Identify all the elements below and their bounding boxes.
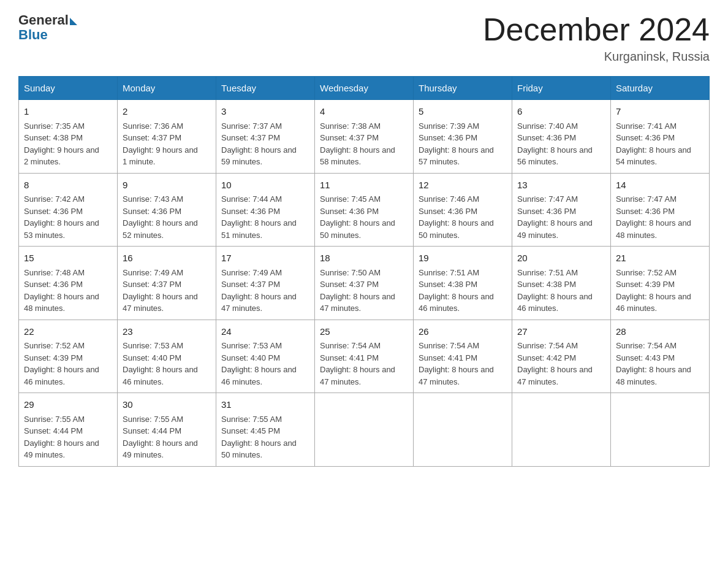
day-number: 30 [123, 398, 211, 412]
day-number: 8 [24, 178, 112, 193]
day-info: Sunrise: 7:38 AM Sunset: 4:37 PM Dayligh… [320, 120, 408, 168]
calendar-cell: 14 Sunrise: 7:47 AM Sunset: 4:36 PM Dayl… [611, 173, 710, 247]
calendar-cell: 23 Sunrise: 7:53 AM Sunset: 4:40 PM Dayl… [118, 320, 216, 393]
day-info: Sunrise: 7:54 AM Sunset: 4:41 PM Dayligh… [419, 340, 507, 388]
calendar-body: 1 Sunrise: 7:35 AM Sunset: 4:38 PM Dayli… [19, 100, 710, 467]
calendar-cell: 4 Sunrise: 7:38 AM Sunset: 4:37 PM Dayli… [315, 100, 414, 174]
calendar-cell: 17 Sunrise: 7:49 AM Sunset: 4:37 PM Dayl… [216, 247, 315, 320]
day-info: Sunrise: 7:48 AM Sunset: 4:36 PM Dayligh… [24, 267, 112, 315]
title-block: December 2024 Kurganinsk, Russia [483, 12, 710, 64]
day-header-saturday: Saturday [611, 77, 710, 100]
day-number: 16 [123, 251, 211, 266]
location-subtitle: Kurganinsk, Russia [483, 50, 710, 64]
calendar-cell: 19 Sunrise: 7:51 AM Sunset: 4:38 PM Dayl… [414, 247, 512, 320]
day-number: 14 [616, 178, 704, 193]
day-header-friday: Friday [512, 77, 611, 100]
day-number: 20 [517, 251, 605, 266]
day-number: 15 [24, 251, 112, 266]
day-info: Sunrise: 7:47 AM Sunset: 4:36 PM Dayligh… [616, 193, 704, 241]
page-header: General Blue December 2024 Kurganinsk, R… [18, 12, 710, 64]
day-number: 19 [419, 251, 507, 266]
calendar-cell: 30 Sunrise: 7:55 AM Sunset: 4:44 PM Dayl… [118, 393, 216, 467]
calendar-cell: 28 Sunrise: 7:54 AM Sunset: 4:43 PM Dayl… [611, 320, 710, 393]
day-info: Sunrise: 7:49 AM Sunset: 4:37 PM Dayligh… [221, 267, 309, 315]
calendar-cell: 21 Sunrise: 7:52 AM Sunset: 4:39 PM Dayl… [611, 247, 710, 320]
calendar-cell: 5 Sunrise: 7:39 AM Sunset: 4:36 PM Dayli… [414, 100, 512, 174]
calendar-cell: 31 Sunrise: 7:55 AM Sunset: 4:45 PM Dayl… [216, 393, 315, 467]
calendar-cell: 26 Sunrise: 7:54 AM Sunset: 4:41 PM Dayl… [414, 320, 512, 393]
calendar-cell: 10 Sunrise: 7:44 AM Sunset: 4:36 PM Dayl… [216, 173, 315, 247]
day-number: 29 [24, 398, 112, 412]
day-info: Sunrise: 7:45 AM Sunset: 4:36 PM Dayligh… [320, 193, 408, 241]
logo-blue-text: Blue [18, 27, 48, 43]
day-info: Sunrise: 7:51 AM Sunset: 4:38 PM Dayligh… [517, 267, 605, 315]
day-number: 18 [320, 251, 408, 266]
day-number: 22 [24, 325, 112, 339]
day-number: 2 [123, 105, 211, 119]
day-header-thursday: Thursday [414, 77, 512, 100]
day-header-sunday: Sunday [19, 77, 118, 100]
day-number: 31 [221, 398, 309, 412]
day-info: Sunrise: 7:53 AM Sunset: 4:40 PM Dayligh… [123, 340, 211, 388]
calendar-cell: 6 Sunrise: 7:40 AM Sunset: 4:36 PM Dayli… [512, 100, 611, 174]
day-info: Sunrise: 7:47 AM Sunset: 4:36 PM Dayligh… [517, 193, 605, 241]
calendar-week-4: 22 Sunrise: 7:52 AM Sunset: 4:39 PM Dayl… [19, 320, 710, 393]
calendar-cell [512, 393, 611, 467]
calendar-cell: 13 Sunrise: 7:47 AM Sunset: 4:36 PM Dayl… [512, 173, 611, 247]
calendar-week-5: 29 Sunrise: 7:55 AM Sunset: 4:44 PM Dayl… [19, 393, 710, 467]
day-number: 23 [123, 325, 211, 339]
calendar-header: SundayMondayTuesdayWednesdayThursdayFrid… [19, 77, 710, 100]
calendar-cell: 24 Sunrise: 7:53 AM Sunset: 4:40 PM Dayl… [216, 320, 315, 393]
calendar-cell: 9 Sunrise: 7:43 AM Sunset: 4:36 PM Dayli… [118, 173, 216, 247]
day-info: Sunrise: 7:43 AM Sunset: 4:36 PM Dayligh… [123, 193, 211, 241]
day-number: 5 [419, 105, 507, 119]
day-number: 26 [419, 325, 507, 339]
day-info: Sunrise: 7:42 AM Sunset: 4:36 PM Dayligh… [24, 193, 112, 241]
calendar-cell: 1 Sunrise: 7:35 AM Sunset: 4:38 PM Dayli… [19, 100, 118, 174]
day-number: 21 [616, 251, 704, 266]
calendar-cell: 20 Sunrise: 7:51 AM Sunset: 4:38 PM Dayl… [512, 247, 611, 320]
day-number: 7 [616, 105, 704, 119]
calendar-cell [315, 393, 414, 467]
day-info: Sunrise: 7:53 AM Sunset: 4:40 PM Dayligh… [221, 340, 309, 388]
day-info: Sunrise: 7:49 AM Sunset: 4:37 PM Dayligh… [123, 267, 211, 315]
calendar-cell: 18 Sunrise: 7:50 AM Sunset: 4:37 PM Dayl… [315, 247, 414, 320]
day-number: 1 [24, 105, 112, 119]
calendar-cell: 16 Sunrise: 7:49 AM Sunset: 4:37 PM Dayl… [118, 247, 216, 320]
month-title: December 2024 [483, 12, 710, 47]
calendar-cell: 22 Sunrise: 7:52 AM Sunset: 4:39 PM Dayl… [19, 320, 118, 393]
day-number: 12 [419, 178, 507, 193]
calendar-cell: 15 Sunrise: 7:48 AM Sunset: 4:36 PM Dayl… [19, 247, 118, 320]
day-number: 25 [320, 325, 408, 339]
day-number: 27 [517, 325, 605, 339]
day-info: Sunrise: 7:36 AM Sunset: 4:37 PM Dayligh… [123, 120, 211, 168]
day-info: Sunrise: 7:55 AM Sunset: 4:44 PM Dayligh… [24, 413, 112, 461]
logo-arrow-icon [70, 18, 77, 25]
day-number: 4 [320, 105, 408, 119]
calendar-week-1: 1 Sunrise: 7:35 AM Sunset: 4:38 PM Dayli… [19, 100, 710, 174]
calendar-cell: 29 Sunrise: 7:55 AM Sunset: 4:44 PM Dayl… [19, 393, 118, 467]
logo-general-text: General [18, 12, 69, 28]
day-header-wednesday: Wednesday [315, 77, 414, 100]
day-info: Sunrise: 7:55 AM Sunset: 4:45 PM Dayligh… [221, 413, 309, 461]
calendar-cell: 12 Sunrise: 7:46 AM Sunset: 4:36 PM Dayl… [414, 173, 512, 247]
calendar-cell: 25 Sunrise: 7:54 AM Sunset: 4:41 PM Dayl… [315, 320, 414, 393]
day-number: 17 [221, 251, 309, 266]
day-info: Sunrise: 7:39 AM Sunset: 4:36 PM Dayligh… [419, 120, 507, 168]
day-info: Sunrise: 7:52 AM Sunset: 4:39 PM Dayligh… [616, 267, 704, 315]
calendar-cell [611, 393, 710, 467]
calendar-cell: 7 Sunrise: 7:41 AM Sunset: 4:36 PM Dayli… [611, 100, 710, 174]
day-number: 11 [320, 178, 408, 193]
day-info: Sunrise: 7:35 AM Sunset: 4:38 PM Dayligh… [24, 120, 112, 168]
day-number: 24 [221, 325, 309, 339]
day-info: Sunrise: 7:55 AM Sunset: 4:44 PM Dayligh… [123, 413, 211, 461]
calendar-cell: 11 Sunrise: 7:45 AM Sunset: 4:36 PM Dayl… [315, 173, 414, 247]
day-header-tuesday: Tuesday [216, 77, 315, 100]
day-info: Sunrise: 7:52 AM Sunset: 4:39 PM Dayligh… [24, 340, 112, 388]
day-info: Sunrise: 7:37 AM Sunset: 4:37 PM Dayligh… [221, 120, 309, 168]
calendar-cell: 2 Sunrise: 7:36 AM Sunset: 4:37 PM Dayli… [118, 100, 216, 174]
day-info: Sunrise: 7:50 AM Sunset: 4:37 PM Dayligh… [320, 267, 408, 315]
day-info: Sunrise: 7:40 AM Sunset: 4:36 PM Dayligh… [517, 120, 605, 168]
calendar-week-2: 8 Sunrise: 7:42 AM Sunset: 4:36 PM Dayli… [19, 173, 710, 247]
day-info: Sunrise: 7:54 AM Sunset: 4:42 PM Dayligh… [517, 340, 605, 388]
